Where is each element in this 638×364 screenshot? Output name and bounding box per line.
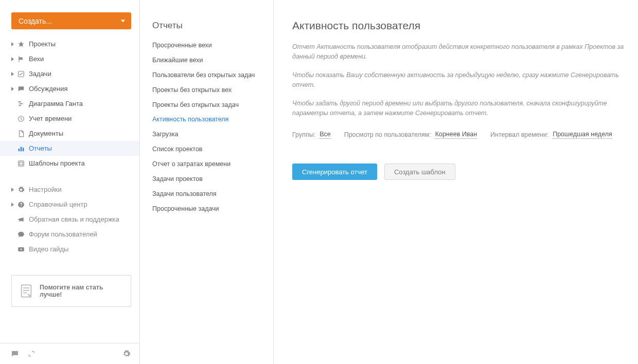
chevron-down-icon [121, 20, 125, 22]
report-item[interactable]: Проекты без открытых вех [152, 83, 261, 98]
bubble-icon [16, 231, 26, 238]
sidebar-item-helpcenter[interactable]: Справочный центр [0, 197, 139, 212]
report-item[interactable]: Задачи проектов [152, 172, 261, 187]
sidebar-item-label: Отчеты [29, 144, 52, 152]
sidebar-item-discussions[interactable]: Обсуждения [0, 81, 139, 96]
create-button-label: Создать... [19, 17, 52, 25]
sidebar-nav: Проекты Вехи Задачи [0, 37, 139, 257]
report-list-title: Отчеты [152, 21, 261, 31]
svg-rect-1 [18, 101, 21, 102]
sidebar-item-projects[interactable]: Проекты [0, 37, 139, 51]
svg-rect-5 [19, 149, 20, 151]
sidebar-item-milestones[interactable]: Вехи [0, 51, 139, 66]
filter-label-period: Интервал времени: [490, 131, 548, 138]
chevron-right-icon [11, 55, 16, 63]
flag-icon [16, 56, 26, 63]
generate-report-button[interactable]: Сгенерировать отчет [292, 163, 377, 180]
sidebar-item-tasks[interactable]: Задачи [0, 66, 139, 81]
sidebar-item-label: Вехи [29, 55, 44, 63]
sidebar-item-label: Проекты [29, 40, 56, 48]
svg-rect-3 [19, 105, 21, 106]
report-item[interactable]: Загрузка [152, 127, 261, 142]
button-label: Создать шаблон [394, 168, 446, 176]
chevron-right-icon [11, 40, 16, 48]
expand-icon[interactable] [27, 349, 36, 358]
megaphone-icon [16, 216, 26, 223]
filter-bar: Группы: Все Просмотр по пользователям: К… [292, 131, 638, 139]
report-list: Просроченные вехи Ближайшие вехи Пользов… [152, 38, 261, 216]
chevron-right-icon [11, 201, 16, 208]
sidebar-item-label: Форум пользователей [29, 230, 97, 238]
report-item[interactable]: Проекты без открытых задач [152, 98, 261, 113]
bars-icon [16, 145, 26, 152]
sidebar-item-label: Задачи [29, 70, 51, 78]
sidebar-item-settings[interactable]: Настройки [0, 182, 139, 197]
help-us-box[interactable]: Помогите нам стать лучше! [11, 275, 131, 307]
survey-icon [19, 284, 33, 298]
video-icon [16, 246, 26, 253]
clock-icon [16, 115, 26, 122]
filter-value-groups[interactable]: Все [320, 131, 331, 139]
sidebar-item-label: Обратная связь и поддержка [29, 215, 119, 223]
filter-label-user: Просмотр по пользователям: [344, 131, 431, 138]
sidebar-item-gantt[interactable]: Диаграмма Ганта [0, 96, 139, 111]
sidebar-item-feedback[interactable]: Обратная связь и поддержка [0, 212, 139, 227]
button-label: Сгенерировать отчет [302, 168, 367, 176]
help-icon [16, 201, 26, 208]
svg-rect-9 [20, 162, 23, 165]
report-item[interactable]: Отчет о затратах времени [152, 157, 261, 172]
report-list-panel: Отчеты Просроченные вехи Ближайшие вехи … [140, 0, 274, 364]
svg-rect-2 [20, 103, 23, 104]
sidebar-item-label: Диаграмма Ганта [29, 100, 83, 107]
sidebar-item-reports[interactable]: Отчеты [0, 141, 139, 156]
sidebar-item-forum[interactable]: Форум пользователей [0, 227, 139, 242]
sidebar-item-templates[interactable]: Шаблоны проекта [0, 156, 139, 171]
report-description: Чтобы показать Вашу собственную активнос… [292, 70, 632, 90]
chat-icon[interactable] [10, 349, 20, 358]
sidebar-item-label: Справочный центр [29, 201, 87, 208]
page-title: Активность пользователя [292, 20, 638, 32]
sidebar: Создать... Проекты Вехи [0, 0, 140, 364]
create-button[interactable]: Создать... [11, 12, 131, 29]
create-template-button[interactable]: Создать шаблон [384, 163, 455, 180]
report-item[interactable]: Активность пользователя [152, 112, 261, 127]
file-icon [16, 130, 26, 137]
filter-value-period[interactable]: Прошедшая неделя [553, 131, 612, 139]
report-description: Чтобы задать другой период времени или в… [292, 99, 632, 119]
help-us-text: Помогите нам стать лучше! [40, 284, 123, 298]
svg-rect-7 [23, 148, 24, 151]
sidebar-item-label: Учет времени [29, 115, 72, 122]
chevron-right-icon [11, 186, 16, 193]
main-panel: Активность пользователя Отчет Активность… [274, 0, 638, 364]
report-item[interactable]: Просроченные задачи [152, 202, 261, 216]
sidebar-item-label: Настройки [29, 186, 62, 193]
chevron-right-icon [11, 70, 16, 78]
sidebar-item-label: Обсуждения [29, 85, 68, 93]
sidebar-item-label: Видео гайды [29, 245, 68, 253]
compass-icon [16, 41, 26, 48]
speech-icon [16, 85, 26, 93]
report-item[interactable]: Список проектов [152, 142, 261, 157]
sidebar-item-videos[interactable]: Видео гайды [0, 242, 139, 257]
action-buttons: Сгенерировать отчет Создать шаблон [292, 163, 638, 180]
sidebar-item-timetracking[interactable]: Учет времени [0, 111, 139, 126]
status-bar [0, 343, 139, 364]
report-item[interactable]: Пользователи без открытых задач [152, 68, 261, 83]
chevron-right-icon [11, 85, 16, 93]
svg-rect-6 [21, 147, 22, 151]
filter-value-user[interactable]: Корнеев Иван [435, 131, 477, 139]
separator [0, 171, 139, 182]
filter-label-groups: Группы: [292, 131, 315, 138]
template-icon [16, 160, 26, 167]
sidebar-item-documents[interactable]: Документы [0, 126, 139, 141]
report-item[interactable]: Задачи пользователя [152, 187, 261, 202]
report-item[interactable]: Просроченные вехи [152, 38, 261, 53]
report-description: Отчет Активность пользователя отобразит … [292, 42, 632, 62]
checkbox-icon [16, 70, 26, 78]
sidebar-item-label: Шаблоны проекта [29, 159, 85, 167]
report-item[interactable]: Ближайшие вехи [152, 53, 261, 68]
gantt-icon [16, 100, 26, 107]
sidebar-item-label: Документы [29, 130, 63, 137]
settings-gear-icon[interactable] [122, 349, 131, 358]
gear-icon [16, 186, 26, 193]
